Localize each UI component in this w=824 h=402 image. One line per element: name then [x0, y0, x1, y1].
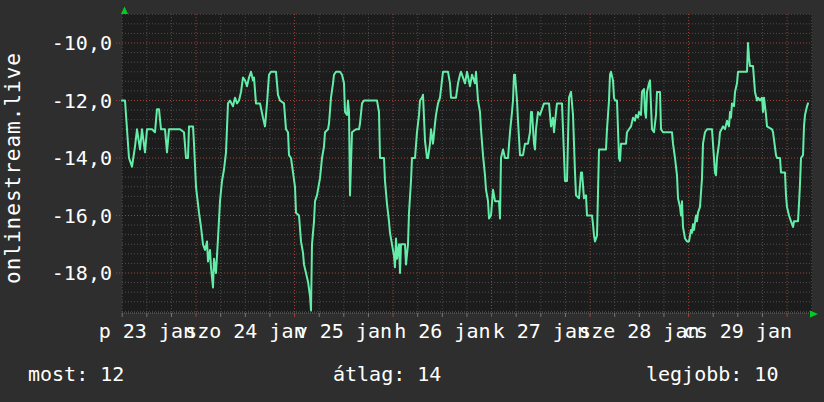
graph-page: { "page": {"outer_bg": "#2e2e2e"}, "side…	[0, 0, 824, 402]
y-axis-arrow-icon	[121, 7, 128, 15]
x-tick-label: sze 28 jan	[579, 319, 699, 343]
y-tick-label: -16,0	[20, 204, 112, 228]
x-tick-label: h 26 jan	[394, 319, 490, 343]
y-tick-label: -12,0	[20, 89, 112, 113]
x-tick-label: szo 24 jan	[185, 319, 305, 343]
x-tick-label: k 27 jan	[493, 319, 589, 343]
x-axis-arrow-icon	[810, 311, 818, 318]
x-tick-label: p 23 jan	[99, 319, 195, 343]
stat-most: most: 12	[28, 361, 124, 387]
y-tick-label: -14,0	[20, 146, 112, 170]
stat-atlag: átlag: 14	[333, 361, 441, 387]
y-tick-label: -10,0	[20, 31, 112, 55]
x-tick-label: v 25 jan	[296, 319, 392, 343]
stat-legjobb: legjobb: 10	[646, 361, 778, 387]
y-tick-label: -18,0	[20, 261, 112, 285]
x-tick-label: cs 29 jan	[684, 319, 792, 343]
